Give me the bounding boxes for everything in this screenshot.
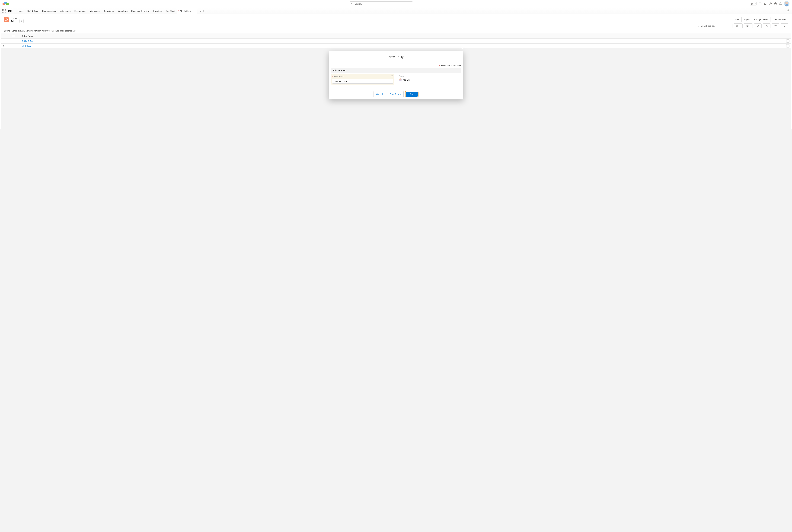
table-row: 1 Dublin Office bbox=[1, 39, 791, 43]
filter-button[interactable] bbox=[780, 23, 788, 28]
nav-tab-workplace[interactable]: Workplace bbox=[88, 8, 101, 14]
owner-name: Mia Eve bbox=[403, 79, 410, 81]
svg-point-13 bbox=[698, 25, 699, 26]
list-meta: 2 items • Sorted by Entity Name • Filter… bbox=[1, 30, 791, 33]
nav-more[interactable]: More bbox=[197, 8, 209, 14]
chevron-down-icon[interactable] bbox=[191, 10, 193, 12]
cloud-icon[interactable] bbox=[764, 2, 767, 5]
app-name: HR bbox=[8, 9, 12, 13]
search-icon bbox=[697, 25, 699, 27]
svg-point-3 bbox=[352, 3, 353, 4]
row-action-menu[interactable] bbox=[786, 44, 790, 48]
cancel-button[interactable]: Cancel bbox=[374, 91, 385, 97]
row-number: 2 bbox=[1, 43, 11, 49]
add-icon[interactable] bbox=[759, 2, 761, 5]
undo-icon[interactable] bbox=[391, 75, 393, 78]
nav-tab-home[interactable]: Home bbox=[16, 8, 25, 14]
nav-tab-attendance[interactable]: Attendance bbox=[58, 8, 73, 14]
svg-point-15 bbox=[737, 25, 738, 26]
table-row: 2 US Offices bbox=[1, 43, 791, 49]
list-view-name[interactable]: All bbox=[11, 19, 14, 23]
new-button[interactable]: New bbox=[733, 17, 741, 22]
row-number: 1 bbox=[1, 39, 11, 43]
svg-marker-5 bbox=[751, 3, 753, 5]
nav-tab-workflows[interactable]: Workflows bbox=[116, 8, 129, 14]
section-information: Information bbox=[331, 68, 461, 73]
import-button[interactable]: Import bbox=[741, 17, 752, 22]
required-star: * bbox=[178, 10, 179, 12]
help-icon[interactable] bbox=[769, 2, 772, 5]
pencil-icon[interactable] bbox=[787, 9, 790, 12]
close-tab-icon[interactable]: × bbox=[194, 10, 195, 12]
printable-view-button[interactable]: Printable View bbox=[770, 17, 788, 22]
entity-link[interactable]: US Offices bbox=[21, 45, 31, 47]
required-star: * bbox=[332, 76, 333, 78]
bell-icon[interactable] bbox=[779, 2, 782, 5]
gear-icon[interactable] bbox=[774, 2, 777, 5]
nav-tab-staff-docs[interactable]: Staff & Docs bbox=[25, 8, 40, 14]
global-search-input[interactable] bbox=[350, 1, 413, 6]
entity-name-input[interactable] bbox=[332, 79, 393, 83]
entity-link[interactable]: Dublin Office bbox=[21, 40, 33, 42]
caret-down-icon[interactable] bbox=[16, 20, 18, 22]
avatar[interactable] bbox=[784, 1, 790, 6]
svg-marker-19 bbox=[784, 25, 785, 27]
nav-tab-expenses[interactable]: Expenses Overview bbox=[129, 8, 151, 14]
required-note: *= Required Information bbox=[331, 64, 461, 67]
nav-tab-entities-active[interactable]: * All | Entities × bbox=[176, 8, 197, 14]
col-header-check[interactable] bbox=[11, 33, 20, 39]
favorite-dropdown[interactable] bbox=[750, 2, 756, 6]
row-checkbox[interactable] bbox=[13, 45, 15, 47]
chevron-down-icon bbox=[754, 3, 756, 5]
select-all-checkbox[interactable] bbox=[13, 35, 15, 37]
close-icon[interactable]: × bbox=[461, 45, 464, 51]
svg-point-11 bbox=[775, 3, 776, 4]
modal-title: New Entity bbox=[329, 51, 463, 62]
refresh-button[interactable] bbox=[754, 23, 761, 28]
svg-rect-16 bbox=[747, 25, 749, 26]
owner-avatar-icon bbox=[399, 78, 402, 81]
change-owner-button[interactable]: Change Owner bbox=[752, 17, 770, 22]
row-checkbox[interactable] bbox=[13, 40, 15, 42]
entity-name-label: Entity Name bbox=[334, 76, 344, 78]
entities-object-icon bbox=[4, 17, 9, 22]
svg-line-4 bbox=[353, 4, 353, 5]
row-action-menu[interactable] bbox=[786, 39, 790, 43]
sort-asc-icon: ↑ bbox=[34, 35, 35, 37]
nav-tab-compensations[interactable]: Compensations bbox=[40, 8, 58, 14]
nav-tab-engagement[interactable]: Engagement bbox=[73, 8, 88, 14]
list-settings-button[interactable] bbox=[734, 23, 742, 28]
list-search-input[interactable] bbox=[696, 24, 732, 28]
display-as-button[interactable] bbox=[744, 23, 753, 28]
col-header-entity-name[interactable]: Entity Name ↑ bbox=[20, 33, 780, 39]
nav-tab-compliance[interactable]: Compliance bbox=[101, 8, 116, 14]
chart-button[interactable] bbox=[772, 23, 779, 28]
app-launcher-icon[interactable] bbox=[2, 9, 5, 13]
owner-label: Owner bbox=[399, 75, 405, 77]
save-button[interactable]: Save bbox=[406, 92, 418, 97]
star-icon bbox=[751, 3, 753, 5]
pin-icon[interactable] bbox=[19, 19, 24, 23]
nav-tab-org-chart[interactable]: Org Chart bbox=[164, 8, 176, 14]
svg-rect-2 bbox=[6, 3, 9, 5]
col-header-num bbox=[1, 33, 11, 39]
edit-list-button[interactable] bbox=[763, 23, 771, 28]
chevron-down-icon[interactable] bbox=[777, 35, 778, 37]
search-icon bbox=[351, 2, 353, 5]
brand-logo bbox=[2, 2, 10, 6]
nav-tab-inventory[interactable]: Inventory bbox=[151, 8, 164, 14]
caret-down-icon bbox=[205, 10, 207, 12]
save-and-new-button[interactable]: Save & New bbox=[387, 91, 404, 97]
